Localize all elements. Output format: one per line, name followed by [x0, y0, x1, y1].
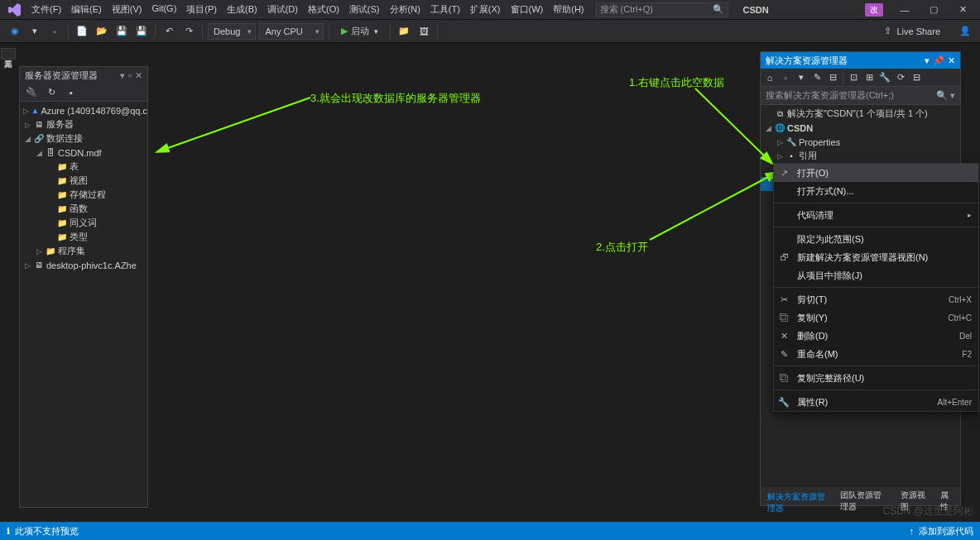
- new-button[interactable]: 📄: [74, 23, 90, 40]
- ctx-item[interactable]: ✂剪切(T)Ctrl+X: [774, 290, 978, 308]
- open-button[interactable]: 📂: [94, 23, 110, 40]
- menu-帮助(H)[interactable]: 帮助(H): [548, 3, 588, 16]
- menu-项目(P)[interactable]: 项目(P): [181, 3, 222, 16]
- start-debug-button[interactable]: ▶启动▾: [334, 23, 385, 40]
- panel-tab[interactable]: 团队资源管理器: [833, 487, 893, 505]
- nav-fwd2-button[interactable]: ◦: [46, 23, 63, 40]
- save-all-button[interactable]: 💾: [133, 23, 150, 40]
- menu-编辑(E)[interactable]: 编辑(E): [66, 3, 107, 16]
- project-name-label: CSDN: [743, 5, 769, 15]
- ctx-item[interactable]: ✎重命名(M)F2: [774, 345, 978, 363]
- pin-icon[interactable]: ▫: [128, 70, 132, 81]
- ctx-item[interactable]: 代码清理▸: [774, 206, 978, 224]
- tree-node[interactable]: ▷▲Azure (1409148769@qq.c: [20, 103, 147, 117]
- dropdown-icon[interactable]: ▾: [925, 55, 930, 66]
- maximize-button[interactable]: ▢: [920, 0, 948, 20]
- ctx-item[interactable]: 打开方式(N)...: [774, 182, 978, 200]
- tree-node[interactable]: 📁表: [20, 160, 147, 174]
- tree-node[interactable]: 📁类型: [20, 230, 147, 244]
- tb-i2[interactable]: ✎: [811, 72, 823, 83]
- tb-i8[interactable]: ⊟: [910, 72, 922, 83]
- sol-node[interactable]: ◢🌐CSDN: [761, 121, 960, 135]
- tb-i7[interactable]: ⟳: [895, 72, 906, 83]
- tb-i4[interactable]: ⊡: [848, 72, 859, 83]
- tb-i5[interactable]: ⊞: [863, 72, 875, 83]
- config-dropdown[interactable]: Debug: [208, 23, 256, 40]
- refresh-icon[interactable]: ↻: [43, 84, 60, 101]
- menu-窗口(W)[interactable]: 窗口(W): [506, 3, 549, 16]
- search-box[interactable]: 搜索 (Ctrl+Q) 🔍: [596, 2, 728, 17]
- tb-i1[interactable]: ◦: [780, 73, 791, 83]
- menu-生成(B)[interactable]: 生成(B): [222, 3, 262, 16]
- sol-node[interactable]: ⧉解决方案"CSDN"(1 个项目/共 1 个): [761, 107, 960, 121]
- menu-测试(S)[interactable]: 测试(S): [344, 3, 385, 16]
- sol-node[interactable]: ▷▪引用: [761, 149, 960, 163]
- menu-视图(V)[interactable]: 视图(V): [107, 3, 147, 16]
- ctx-item[interactable]: ✕删除(D)Del: [774, 327, 978, 345]
- tb-i6[interactable]: 🔧: [879, 72, 891, 83]
- status-right[interactable]: 添加到源代码: [919, 525, 973, 538]
- ctx-item[interactable]: 从项目中排除(J): [774, 266, 978, 284]
- home-icon[interactable]: ⌂: [764, 73, 776, 83]
- notification-badge[interactable]: 改: [865, 3, 883, 17]
- panel-tab[interactable]: 解决方案资源管理器: [761, 487, 833, 505]
- menu-Git(G)[interactable]: Git(G): [147, 3, 181, 16]
- server-tree: ▷▲Azure (1409148769@qq.c▷🖥服务器◢🔗数据连接◢🗄CSD…: [20, 102, 147, 274]
- ctx-item[interactable]: 🔧属性(R)Alt+Enter: [774, 393, 978, 411]
- tree-node[interactable]: 📁同义词: [20, 216, 147, 230]
- menu-格式(O)[interactable]: 格式(O): [303, 3, 344, 16]
- dropdown-icon[interactable]: ▾: [120, 70, 125, 81]
- sol-node[interactable]: ▷🔧Properties: [761, 135, 960, 149]
- menu-工具(T)[interactable]: 工具(T): [425, 3, 465, 16]
- tree-node[interactable]: ◢🔗数据连接: [20, 131, 147, 146]
- tool-btn-2[interactable]: 🖼: [416, 23, 432, 40]
- save-button[interactable]: 💾: [113, 23, 130, 40]
- ctx-item[interactable]: 限定为此范围(S): [774, 230, 978, 248]
- close-panel-icon[interactable]: ✕: [135, 70, 142, 81]
- svg-line-1: [695, 88, 766, 157]
- ctx-item[interactable]: ⿻复制(Y)Ctrl+C: [774, 308, 978, 327]
- nav-back-button[interactable]: ◉: [7, 23, 23, 40]
- tool-btn-1[interactable]: 📁: [396, 23, 412, 40]
- ctx-item[interactable]: ↗打开(O): [774, 164, 978, 182]
- toolbox-side-tab[interactable]: 工具箱: [1, 48, 16, 60]
- tree-node[interactable]: ◢🗄CSDN.mdf: [20, 146, 147, 160]
- tree-node[interactable]: ▷🖥desktop-phivc1c.AZhe: [20, 258, 147, 272]
- menu-分析(N)[interactable]: 分析(N): [385, 3, 425, 16]
- minimize-button[interactable]: —: [891, 0, 919, 20]
- redo-button[interactable]: ↷: [180, 23, 197, 40]
- tree-node[interactable]: 📁视图: [20, 174, 147, 188]
- search-icon: 🔍: [713, 4, 724, 15]
- panel-tab[interactable]: 属性: [934, 487, 960, 505]
- ctx-item[interactable]: 🗗新建解决方案资源管理器视图(N): [774, 248, 978, 266]
- tree-node[interactable]: 📁函数: [20, 202, 147, 216]
- tree-node[interactable]: ▷📁程序集: [20, 244, 147, 258]
- menu-扩展(X)[interactable]: 扩展(X): [465, 3, 506, 16]
- liveshare-button[interactable]: ⇪Live Share: [877, 26, 947, 36]
- stop-icon[interactable]: ▪: [63, 84, 79, 101]
- solution-toolbar: ⌂◦▾ ✎⊟ ⊡⊞ 🔧⟳ ⊟: [761, 69, 960, 87]
- account-icon[interactable]: 👤: [957, 23, 973, 40]
- menu-bar: 文件(F)编辑(E)视图(V)Git(G)项目(P)生成(B)调试(D)格式(O…: [0, 0, 980, 20]
- window-controls: 改 — ▢ ✕: [865, 0, 977, 20]
- tree-node[interactable]: 📁存储过程: [20, 188, 147, 202]
- close-panel-icon[interactable]: ✕: [948, 55, 955, 66]
- panel-tab[interactable]: 资源视图: [894, 487, 934, 505]
- ctx-item[interactable]: ⿻复制完整路径(U): [774, 369, 978, 387]
- pin-icon[interactable]: 📌: [933, 55, 944, 66]
- menu-调试(D)[interactable]: 调试(D): [262, 3, 303, 16]
- annotation-1: 1.右键点击此空数据: [629, 75, 724, 90]
- solution-search[interactable]: 搜索解决方案资源管理器(Ctrl+;) 🔍 ▾: [761, 87, 960, 105]
- connect-icon[interactable]: 🔌: [23, 84, 40, 101]
- vs-logo-icon: [8, 3, 22, 17]
- tb-i3[interactable]: ⊟: [827, 72, 838, 83]
- close-button[interactable]: ✕: [949, 0, 977, 20]
- source-control-icon[interactable]: ↑: [910, 526, 915, 536]
- undo-button[interactable]: ↶: [161, 23, 177, 40]
- menu-文件(F)[interactable]: 文件(F): [26, 3, 66, 16]
- arrow-1: [646, 87, 778, 170]
- server-explorer-panel: 服务器资源管理器 ▾▫✕ 🔌 ↻ ▪ ▷▲Azure (1409148769@q…: [19, 66, 148, 508]
- nav-fwd-button[interactable]: ▾: [26, 23, 43, 40]
- tree-node[interactable]: ▷🖥服务器: [20, 117, 147, 131]
- platform-dropdown[interactable]: Any CPU: [259, 23, 324, 40]
